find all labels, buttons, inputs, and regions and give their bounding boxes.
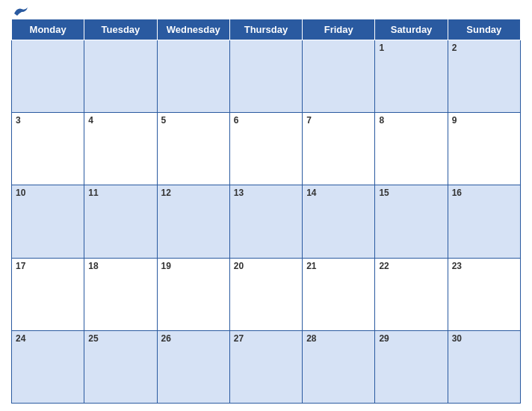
date-number: 24: [16, 333, 80, 344]
date-number: 16: [452, 188, 516, 198]
date-number: 10: [16, 188, 80, 198]
calendar-cell: 25: [84, 330, 157, 403]
day-header-saturday: Saturday: [375, 19, 448, 40]
calendar-cell: 5: [157, 113, 229, 185]
calendar-cell: 19: [157, 258, 229, 330]
date-number: 18: [88, 261, 152, 271]
day-header-sunday: Sunday: [448, 19, 520, 40]
logo-bird-icon: [13, 6, 29, 16]
calendar-cell: 8: [375, 113, 448, 185]
calendar-cell: 23: [448, 258, 520, 330]
day-header-monday: Monday: [12, 19, 84, 40]
day-header-friday: Friday: [303, 19, 375, 40]
calendar-table: MondayTuesdayWednesdayThursdayFridaySatu…: [11, 19, 521, 404]
calendar-cell: 18: [84, 258, 157, 330]
date-number: 23: [452, 261, 516, 271]
calendar-week-row: 10111213141516: [12, 185, 521, 258]
date-number: 6: [234, 115, 298, 126]
calendar-cell: 14: [303, 185, 375, 258]
calendar-cell: 26: [157, 330, 229, 403]
calendar-cell: 17: [12, 258, 84, 330]
date-number: 19: [161, 261, 226, 271]
date-number: 26: [161, 333, 226, 344]
calendar-week-row: 3456789: [12, 113, 521, 185]
calendar-cell: 10: [12, 185, 84, 258]
calendar-cell: 1: [375, 40, 448, 113]
calendar-cell: 29: [375, 330, 448, 403]
calendar-cell: [229, 40, 302, 113]
date-number: 17: [16, 261, 80, 271]
calendar-cell: [12, 40, 84, 113]
date-number: 1: [379, 43, 443, 53]
date-number: 4: [88, 115, 152, 126]
date-number: 15: [379, 188, 443, 198]
calendar-cell: 13: [229, 185, 302, 258]
day-header-tuesday: Tuesday: [84, 19, 157, 40]
calendar-cell: 15: [375, 185, 448, 258]
calendar-cell: 22: [375, 258, 448, 330]
calendar-header: [11, 7, 521, 15]
calendar-cell: 3: [12, 113, 84, 185]
date-number: 8: [379, 115, 443, 126]
date-number: 14: [306, 188, 371, 198]
date-number: 22: [379, 261, 443, 271]
date-number: 3: [16, 115, 80, 126]
calendar-cell: 6: [229, 113, 302, 185]
calendar-cell: 30: [448, 330, 520, 403]
date-number: 20: [234, 261, 298, 271]
date-number: 11: [88, 188, 152, 198]
date-number: 29: [379, 333, 443, 344]
date-number: 9: [452, 115, 516, 126]
date-number: 21: [306, 261, 371, 271]
calendar-week-row: 17181920212223: [12, 258, 521, 330]
calendar-cell: 11: [84, 185, 157, 258]
calendar-cell: 2: [448, 40, 520, 113]
date-number: 28: [306, 333, 371, 344]
calendar-cell: 21: [303, 258, 375, 330]
calendar-cell: [157, 40, 229, 113]
calendar-cell: 9: [448, 113, 520, 185]
calendar-cell: 28: [303, 330, 375, 403]
generalblue-logo: [11, 6, 29, 16]
date-number: 30: [452, 333, 516, 344]
date-number: 13: [234, 188, 298, 198]
date-number: 7: [306, 115, 371, 126]
calendar-week-row: 24252627282930: [12, 330, 521, 403]
date-number: 5: [161, 115, 226, 126]
calendar-cell: 27: [229, 330, 302, 403]
calendar-cell: 16: [448, 185, 520, 258]
calendar-header-row: MondayTuesdayWednesdayThursdayFridaySatu…: [12, 19, 521, 40]
date-number: 27: [234, 333, 298, 344]
calendar-cell: [84, 40, 157, 113]
date-number: 12: [161, 188, 226, 198]
calendar-cell: 20: [229, 258, 302, 330]
calendar-cell: 4: [84, 113, 157, 185]
day-header-wednesday: Wednesday: [157, 19, 229, 40]
calendar-cell: 24: [12, 330, 84, 403]
day-header-thursday: Thursday: [229, 19, 302, 40]
date-number: 25: [88, 333, 152, 344]
calendar-week-row: 12: [12, 40, 521, 113]
date-number: 2: [452, 43, 516, 53]
calendar-cell: 7: [303, 113, 375, 185]
calendar-cell: 12: [157, 185, 229, 258]
calendar-cell: [303, 40, 375, 113]
